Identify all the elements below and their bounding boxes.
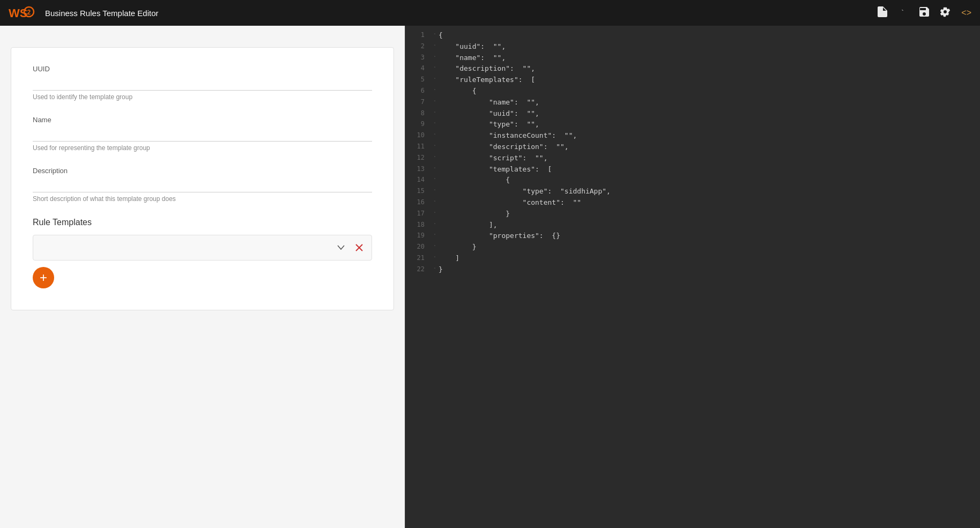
line-fold-dot: ·: [433, 108, 436, 120]
code-content: "uuid": "",: [439, 41, 506, 53]
code-content: {: [439, 175, 510, 186]
code-line: 13· "templates": [: [405, 164, 980, 175]
code-line: 8· "uuid": "",: [405, 108, 980, 120]
code-content: {: [439, 86, 476, 97]
name-field: Name Used for representing the template …: [33, 116, 372, 152]
code-line: 4· "description": "",: [405, 63, 980, 75]
line-fold-dot: ·: [433, 197, 436, 209]
line-fold-dot: ·: [433, 186, 436, 197]
line-fold-dot: ·: [433, 253, 436, 264]
code-content: "templates": [: [439, 164, 552, 175]
code-line: 14· {: [405, 175, 980, 186]
code-line: 11· "description": "",: [405, 142, 980, 153]
line-fold-dot: ·: [433, 119, 436, 130]
code-content: "script": "",: [439, 153, 548, 164]
rule-template-item: [33, 235, 372, 261]
code-line: 16· "content": "": [405, 197, 980, 209]
line-number: 14: [405, 175, 425, 186]
navbar: WS 2 Business Rules Template Editor <>: [0, 0, 980, 26]
line-fold-dot: ·: [433, 264, 436, 276]
code-line: 1·{: [405, 30, 980, 41]
line-number: 2: [405, 41, 425, 53]
line-number: 18: [405, 220, 425, 231]
code-content: ]: [439, 253, 459, 264]
line-fold-dot: ·: [433, 153, 436, 164]
rule-templates-title: Rule Templates: [33, 218, 372, 227]
code-content: ],: [439, 220, 498, 231]
description-input[interactable]: [33, 178, 372, 192]
line-fold-dot: ·: [433, 41, 436, 53]
wso2-logo-svg: WS 2: [9, 4, 36, 21]
code-line: 12· "script": "",: [405, 153, 980, 164]
name-input[interactable]: [33, 127, 372, 142]
code-line: 3· "name": "",: [405, 53, 980, 64]
folder-icon[interactable]: [898, 8, 909, 19]
code-line: 7· "name": "",: [405, 97, 980, 108]
code-content: "type": "siddhiApp",: [439, 186, 611, 197]
code-content: "uuid": "",: [439, 108, 539, 120]
add-rule-template-button[interactable]: +: [33, 267, 54, 288]
code-line: 6· {: [405, 86, 980, 97]
code-line: 5· "ruleTemplates": [: [405, 75, 980, 86]
code-content: "description": "",: [439, 63, 535, 75]
code-line: 2· "uuid": "",: [405, 41, 980, 53]
code-line: 20· }: [405, 242, 980, 253]
rule-templates-section: Rule Templates +: [33, 218, 372, 288]
line-number: 5: [405, 75, 425, 86]
uuid-hint: Used to identify the template group: [33, 93, 372, 101]
line-fold-dot: ·: [433, 63, 436, 75]
code-content: "name": "",: [439, 97, 539, 108]
line-fold-dot: ·: [433, 130, 436, 142]
line-number: 11: [405, 142, 425, 153]
code-content: "name": "",: [439, 53, 506, 64]
line-fold-dot: ·: [433, 164, 436, 175]
line-fold-dot: ·: [433, 142, 436, 153]
line-fold-dot: ·: [433, 53, 436, 64]
code-line: 9· "type": "",: [405, 119, 980, 130]
code-line: 17· }: [405, 209, 980, 220]
line-fold-dot: ·: [433, 209, 436, 220]
code-line: 19· "properties": {}: [405, 230, 980, 242]
line-fold-dot: ·: [433, 175, 436, 186]
line-number: 1: [405, 30, 425, 41]
code-content: }: [439, 209, 510, 220]
expand-rule-template-button[interactable]: [335, 243, 347, 252]
code-editor-panel: 1·{2· "uuid": "",3· "name": "",4· "descr…: [405, 26, 980, 528]
uuid-input[interactable]: [33, 76, 372, 91]
line-fold-dot: ·: [433, 97, 436, 108]
form-card: UUID Used to identify the template group…: [11, 47, 394, 310]
code-content: "ruleTemplates": [: [439, 75, 535, 86]
code-line: 21· ]: [405, 253, 980, 264]
description-hint: Short description of what this template …: [33, 195, 372, 203]
new-file-icon[interactable]: [878, 6, 887, 19]
description-field: Description Short description of what th…: [33, 167, 372, 203]
line-fold-dot: ·: [433, 75, 436, 86]
line-fold-dot: ·: [433, 242, 436, 253]
line-number: 6: [405, 86, 425, 97]
name-label: Name: [33, 116, 372, 124]
wso2-logo: WS 2: [9, 4, 36, 21]
code-content: "type": "",: [439, 119, 539, 130]
code-toggle-icon[interactable]: <>: [961, 8, 971, 18]
save-icon[interactable]: [919, 7, 929, 19]
remove-rule-template-button[interactable]: [353, 242, 365, 254]
line-number: 3: [405, 53, 425, 64]
line-fold-dot: ·: [433, 220, 436, 231]
line-number: 8: [405, 108, 425, 120]
app-title: Business Rules Template Editor: [45, 9, 159, 18]
uuid-label: UUID: [33, 65, 372, 73]
navbar-actions: <>: [878, 6, 971, 19]
description-label: Description: [33, 167, 372, 175]
code-content: "description": "",: [439, 142, 569, 153]
line-number: 7: [405, 97, 425, 108]
line-number: 21: [405, 253, 425, 264]
code-line: 18· ],: [405, 220, 980, 231]
settings-icon[interactable]: [940, 6, 951, 19]
code-line: 15· "type": "siddhiApp",: [405, 186, 980, 197]
line-fold-dot: ·: [433, 86, 436, 97]
code-content: }: [439, 264, 443, 276]
uuid-field: UUID Used to identify the template group: [33, 65, 372, 101]
line-number: 4: [405, 63, 425, 75]
code-content: {: [439, 30, 443, 41]
line-number: 9: [405, 119, 425, 130]
